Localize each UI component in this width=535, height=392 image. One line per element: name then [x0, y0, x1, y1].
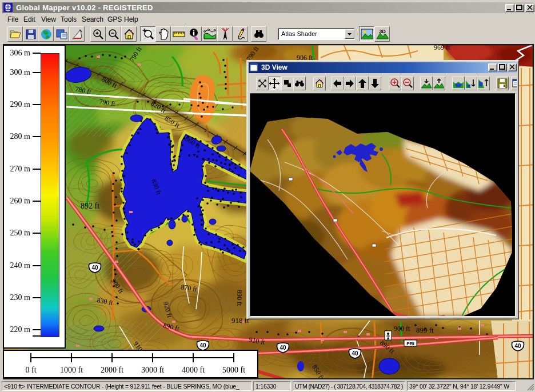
svg-text:899 ft: 899 ft: [416, 326, 434, 334]
svg-text:40: 40: [352, 350, 358, 357]
svg-text:40: 40: [280, 345, 286, 351]
svg-text:900 ft: 900 ft: [394, 325, 410, 333]
svg-text:PRI: PRI: [406, 341, 414, 346]
svg-text:40: 40: [91, 265, 98, 271]
svg-text:892 ft: 892 ft: [81, 202, 99, 210]
svg-text:890 ft: 890 ft: [235, 290, 243, 306]
svg-text:40: 40: [199, 342, 206, 349]
svg-text:40: 40: [514, 343, 521, 349]
